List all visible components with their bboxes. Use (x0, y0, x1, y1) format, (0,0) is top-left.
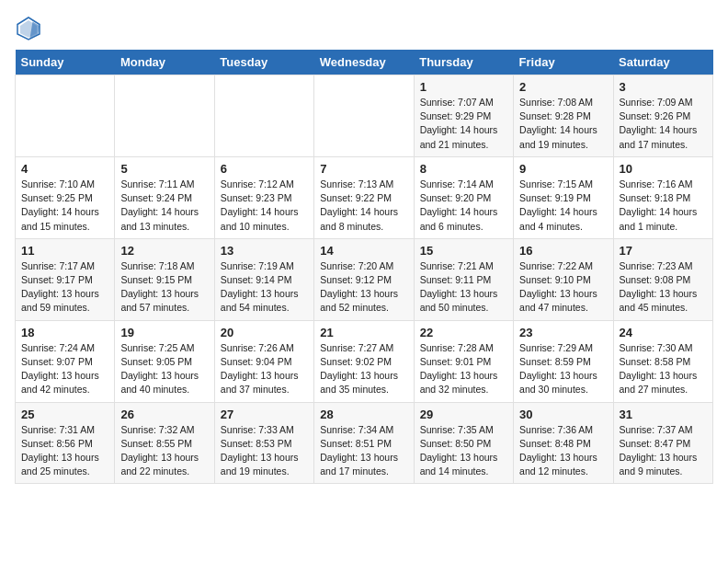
logo (15, 15, 46, 42)
day-number: 26 (120, 408, 208, 421)
calendar-cell: 26Sunrise: 7:32 AM Sunset: 8:55 PM Dayli… (115, 402, 214, 484)
calendar-cell: 24Sunrise: 7:30 AM Sunset: 8:58 PM Dayli… (613, 320, 712, 402)
day-info: Sunrise: 7:32 AM Sunset: 8:55 PM Dayligh… (120, 423, 208, 479)
calendar-week-3: 11Sunrise: 7:17 AM Sunset: 9:17 PM Dayli… (16, 238, 713, 320)
day-number: 16 (519, 244, 607, 258)
calendar-cell: 4Sunrise: 7:10 AM Sunset: 9:25 PM Daylig… (16, 156, 115, 238)
day-info: Sunrise: 7:17 AM Sunset: 9:17 PM Dayligh… (21, 259, 108, 316)
day-number: 18 (21, 326, 108, 339)
day-number: 12 (120, 244, 208, 258)
day-info: Sunrise: 7:28 AM Sunset: 9:01 PM Dayligh… (420, 341, 507, 397)
day-info: Sunrise: 7:23 AM Sunset: 9:08 PM Dayligh… (620, 259, 707, 316)
day-number: 7 (320, 162, 407, 176)
day-info: Sunrise: 7:22 AM Sunset: 9:10 PM Dayligh… (519, 259, 607, 316)
calendar-cell (314, 75, 414, 157)
day-info: Sunrise: 7:16 AM Sunset: 9:18 PM Dayligh… (620, 178, 707, 234)
calendar-cell: 31Sunrise: 7:37 AM Sunset: 8:47 PM Dayli… (613, 402, 712, 484)
calendar-week-5: 25Sunrise: 7:31 AM Sunset: 8:56 PM Dayli… (16, 402, 713, 484)
day-number: 29 (420, 408, 507, 421)
day-number: 13 (221, 244, 308, 258)
day-number: 10 (620, 162, 707, 176)
day-info: Sunrise: 7:10 AM Sunset: 9:25 PM Dayligh… (21, 178, 108, 234)
day-info: Sunrise: 7:37 AM Sunset: 8:47 PM Dayligh… (620, 423, 707, 479)
calendar-cell: 28Sunrise: 7:34 AM Sunset: 8:51 PM Dayli… (314, 402, 414, 484)
day-number: 23 (519, 326, 607, 339)
calendar-cell: 2Sunrise: 7:08 AM Sunset: 9:28 PM Daylig… (514, 75, 613, 157)
calendar-cell: 18Sunrise: 7:24 AM Sunset: 9:07 PM Dayli… (16, 320, 115, 402)
calendar-cell: 15Sunrise: 7:21 AM Sunset: 9:11 PM Dayli… (414, 238, 513, 320)
day-info: Sunrise: 7:19 AM Sunset: 9:14 PM Dayligh… (221, 259, 308, 316)
weekday-header-wednesday: Wednesday (314, 50, 414, 75)
calendar-cell: 25Sunrise: 7:31 AM Sunset: 8:56 PM Dayli… (16, 402, 115, 484)
calendar-cell: 13Sunrise: 7:19 AM Sunset: 9:14 PM Dayli… (214, 238, 313, 320)
calendar-cell: 20Sunrise: 7:26 AM Sunset: 9:04 PM Dayli… (214, 320, 313, 402)
day-number: 3 (620, 80, 707, 94)
day-number: 31 (620, 408, 707, 421)
calendar-cell: 16Sunrise: 7:22 AM Sunset: 9:10 PM Dayli… (514, 238, 613, 320)
day-info: Sunrise: 7:29 AM Sunset: 8:59 PM Dayligh… (519, 341, 607, 397)
day-info: Sunrise: 7:31 AM Sunset: 8:56 PM Dayligh… (21, 423, 108, 479)
day-info: Sunrise: 7:35 AM Sunset: 8:50 PM Dayligh… (420, 423, 507, 479)
day-info: Sunrise: 7:18 AM Sunset: 9:15 PM Dayligh… (120, 259, 208, 316)
day-info: Sunrise: 7:27 AM Sunset: 9:02 PM Dayligh… (320, 341, 407, 397)
day-info: Sunrise: 7:08 AM Sunset: 9:28 PM Dayligh… (519, 96, 607, 152)
calendar-cell: 22Sunrise: 7:28 AM Sunset: 9:01 PM Dayli… (414, 320, 513, 402)
calendar-cell: 21Sunrise: 7:27 AM Sunset: 9:02 PM Dayli… (314, 320, 414, 402)
day-number: 14 (320, 244, 407, 258)
calendar-cell: 27Sunrise: 7:33 AM Sunset: 8:53 PM Dayli… (214, 402, 313, 484)
calendar-cell: 7Sunrise: 7:13 AM Sunset: 9:22 PM Daylig… (314, 156, 414, 238)
day-info: Sunrise: 7:20 AM Sunset: 9:12 PM Dayligh… (320, 259, 407, 316)
day-number: 6 (221, 162, 308, 176)
day-info: Sunrise: 7:12 AM Sunset: 9:23 PM Dayligh… (221, 178, 308, 234)
day-info: Sunrise: 7:14 AM Sunset: 9:20 PM Dayligh… (420, 178, 507, 234)
calendar-cell: 14Sunrise: 7:20 AM Sunset: 9:12 PM Dayli… (314, 238, 414, 320)
day-info: Sunrise: 7:13 AM Sunset: 9:22 PM Dayligh… (320, 178, 407, 234)
calendar-cell: 5Sunrise: 7:11 AM Sunset: 9:24 PM Daylig… (115, 156, 214, 238)
day-info: Sunrise: 7:09 AM Sunset: 9:26 PM Dayligh… (620, 96, 707, 152)
calendar-cell (16, 75, 115, 157)
day-number: 27 (221, 408, 308, 421)
day-info: Sunrise: 7:15 AM Sunset: 9:19 PM Dayligh… (519, 178, 607, 234)
calendar-cell: 8Sunrise: 7:14 AM Sunset: 9:20 PM Daylig… (414, 156, 513, 238)
day-info: Sunrise: 7:21 AM Sunset: 9:11 PM Dayligh… (420, 259, 507, 316)
calendar-week-2: 4Sunrise: 7:10 AM Sunset: 9:25 PM Daylig… (16, 156, 713, 238)
day-number: 1 (420, 80, 507, 94)
day-info: Sunrise: 7:33 AM Sunset: 8:53 PM Dayligh… (221, 423, 308, 479)
day-number: 4 (21, 162, 108, 176)
calendar-cell: 23Sunrise: 7:29 AM Sunset: 8:59 PM Dayli… (514, 320, 613, 402)
calendar-cell: 9Sunrise: 7:15 AM Sunset: 9:19 PM Daylig… (514, 156, 613, 238)
calendar-cell: 30Sunrise: 7:36 AM Sunset: 8:48 PM Dayli… (514, 402, 613, 484)
day-number: 21 (320, 326, 407, 339)
weekday-header-monday: Monday (115, 50, 214, 75)
day-info: Sunrise: 7:30 AM Sunset: 8:58 PM Dayligh… (620, 341, 707, 397)
calendar-cell: 10Sunrise: 7:16 AM Sunset: 9:18 PM Dayli… (613, 156, 712, 238)
day-info: Sunrise: 7:25 AM Sunset: 9:05 PM Dayligh… (120, 341, 208, 397)
day-number: 19 (120, 326, 208, 339)
day-number: 24 (620, 326, 707, 339)
calendar-week-1: 1Sunrise: 7:07 AM Sunset: 9:29 PM Daylig… (16, 75, 713, 157)
page-header (15, 15, 713, 42)
calendar-cell: 3Sunrise: 7:09 AM Sunset: 9:26 PM Daylig… (613, 75, 712, 157)
day-number: 2 (519, 80, 607, 94)
day-info: Sunrise: 7:36 AM Sunset: 8:48 PM Dayligh… (519, 423, 607, 479)
day-info: Sunrise: 7:11 AM Sunset: 9:24 PM Dayligh… (120, 178, 208, 234)
day-number: 8 (420, 162, 507, 176)
day-number: 30 (519, 408, 607, 421)
calendar-cell: 29Sunrise: 7:35 AM Sunset: 8:50 PM Dayli… (414, 402, 513, 484)
logo-icon (15, 15, 42, 42)
day-info: Sunrise: 7:24 AM Sunset: 9:07 PM Dayligh… (21, 341, 108, 397)
day-number: 15 (420, 244, 507, 258)
weekday-header-sunday: Sunday (16, 50, 115, 75)
day-number: 5 (120, 162, 208, 176)
calendar-cell: 11Sunrise: 7:17 AM Sunset: 9:17 PM Dayli… (16, 238, 115, 320)
weekday-header-thursday: Thursday (414, 50, 513, 75)
day-number: 25 (21, 408, 108, 421)
day-number: 9 (519, 162, 607, 176)
day-info: Sunrise: 7:34 AM Sunset: 8:51 PM Dayligh… (320, 423, 407, 479)
weekday-header-saturday: Saturday (613, 50, 712, 75)
calendar-cell: 19Sunrise: 7:25 AM Sunset: 9:05 PM Dayli… (115, 320, 214, 402)
day-number: 28 (320, 408, 407, 421)
calendar-table: SundayMondayTuesdayWednesdayThursdayFrid… (15, 50, 713, 484)
day-info: Sunrise: 7:07 AM Sunset: 9:29 PM Dayligh… (420, 96, 507, 152)
day-number: 22 (420, 326, 507, 339)
